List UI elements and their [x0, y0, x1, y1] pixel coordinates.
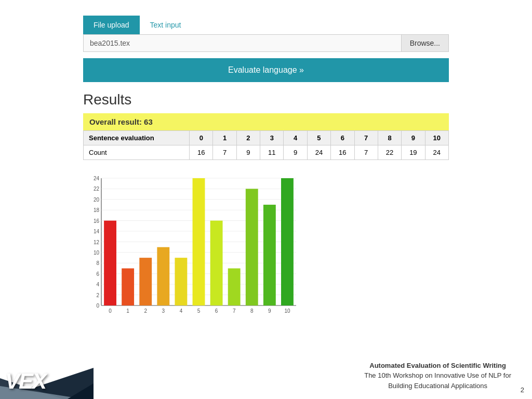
- svg-text:4: 4: [96, 282, 99, 287]
- table-cell: 7: [354, 145, 378, 160]
- svg-text:10: 10: [94, 250, 100, 256]
- file-input-row: Browse...: [83, 34, 449, 52]
- table-cell: 22: [378, 145, 401, 160]
- table-cell: 24: [307, 145, 330, 160]
- table-header-cell: 9: [402, 131, 425, 145]
- table-header-cell: 2: [236, 131, 260, 145]
- svg-rect-36: [175, 258, 187, 305]
- svg-text:8: 8: [250, 308, 254, 314]
- vex-logo-text: VEX: [5, 369, 46, 394]
- footer-line3: Building Educational Applications: [364, 381, 511, 391]
- svg-rect-46: [263, 205, 276, 305]
- svg-rect-34: [157, 247, 169, 305]
- svg-rect-38: [193, 178, 205, 305]
- svg-text:3: 3: [162, 308, 165, 314]
- svg-rect-30: [122, 269, 134, 305]
- footer-bold-line: Automated Evaluation of Scientific Writi…: [364, 361, 511, 371]
- svg-rect-40: [210, 221, 223, 305]
- table-header-cell: 3: [260, 131, 284, 145]
- svg-text:9: 9: [268, 308, 271, 314]
- footer-line2: The 10th Workshop on Innovative Use of N…: [364, 370, 511, 381]
- svg-text:10: 10: [284, 308, 290, 314]
- tab-file-upload[interactable]: File upload: [83, 16, 140, 34]
- table-cell: 16: [331, 145, 354, 160]
- table-header-cell: 6: [331, 131, 354, 145]
- table-header-row: Sentence evaluation012345678910: [84, 131, 449, 145]
- table-cell: 9: [284, 145, 307, 160]
- table-cell: Count: [84, 145, 190, 160]
- tab-text-input[interactable]: Text input: [140, 16, 192, 34]
- svg-rect-48: [281, 178, 294, 305]
- table-header-cell: 10: [425, 131, 448, 145]
- svg-rect-32: [139, 258, 152, 305]
- table-cell: 19: [402, 145, 425, 160]
- table-cell: 16: [190, 145, 213, 160]
- table-header-cell: 8: [378, 131, 401, 145]
- table-cell: 11: [260, 145, 284, 160]
- svg-text:24: 24: [94, 176, 100, 181]
- browse-button[interactable]: Browse...: [401, 35, 448, 51]
- svg-text:0: 0: [109, 308, 112, 314]
- table-row: Count167911924167221924: [84, 145, 449, 160]
- table-cell: 24: [425, 145, 448, 160]
- table-header-cell: 4: [284, 131, 307, 145]
- svg-text:2: 2: [144, 308, 147, 314]
- svg-text:5: 5: [197, 308, 201, 314]
- file-name-input[interactable]: [84, 35, 401, 51]
- table-cell: 9: [236, 145, 260, 160]
- svg-text:6: 6: [215, 308, 218, 314]
- svg-text:12: 12: [94, 240, 100, 245]
- svg-text:7: 7: [233, 308, 236, 314]
- tab-bar: File upload Text input: [83, 16, 449, 34]
- svg-text:8: 8: [96, 260, 99, 266]
- table-header-cell: 7: [354, 131, 378, 145]
- svg-text:20: 20: [94, 197, 100, 203]
- evaluate-button[interactable]: Evaluate language »: [83, 58, 449, 82]
- svg-text:6: 6: [96, 271, 99, 277]
- table-header-cell: Sentence evaluation: [84, 131, 190, 145]
- overall-result-banner: Overall result: 63: [83, 113, 449, 130]
- footer-text: Automated Evaluation of Scientific Writi…: [364, 361, 511, 391]
- table-header-cell: 0: [190, 131, 213, 145]
- results-table: Sentence evaluation012345678910 Count167…: [83, 130, 449, 160]
- chart-container: 024681012141618202224012345678910: [83, 170, 301, 321]
- bar-chart: 024681012141618202224012345678910: [83, 170, 301, 321]
- svg-text:18: 18: [94, 207, 100, 213]
- svg-text:0: 0: [96, 303, 99, 309]
- svg-rect-44: [246, 189, 258, 305]
- svg-rect-42: [228, 269, 241, 305]
- svg-text:16: 16: [94, 218, 100, 224]
- svg-rect-28: [104, 221, 116, 305]
- table-header-cell: 5: [307, 131, 330, 145]
- svg-text:2: 2: [96, 292, 99, 298]
- table-header-cell: 1: [213, 131, 236, 145]
- svg-text:4: 4: [180, 308, 183, 314]
- results-title: Results: [83, 91, 449, 108]
- svg-text:22: 22: [94, 186, 100, 192]
- logo-area: VEX: [0, 352, 94, 399]
- table-cell: 7: [213, 145, 236, 160]
- svg-text:1: 1: [126, 308, 129, 314]
- table-body: Count167911924167221924: [84, 145, 449, 160]
- svg-text:14: 14: [94, 229, 100, 234]
- footer-page-number: 2: [521, 386, 524, 394]
